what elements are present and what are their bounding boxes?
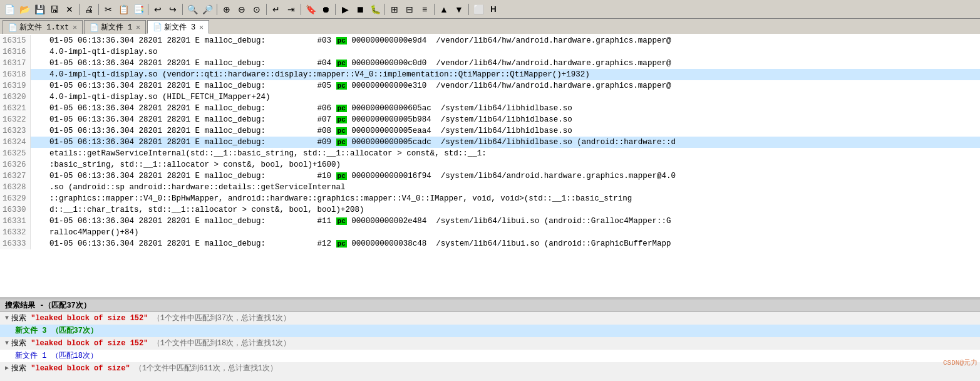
code-line: 16326 :basic_string, std::__1::allocator… [0,159,980,170]
line-number: 16329 [0,193,31,204]
indent-btn[interactable]: ⇥ [284,3,298,16]
print-btn[interactable]: 🖨 [82,3,96,16]
bookmark-btn[interactable]: 🔖 [304,3,317,16]
zoom-out-btn[interactable]: ⊖ [235,3,249,16]
col-btn[interactable]: ≡ [418,3,431,16]
result-label: 搜索 "leaked block of size 152" （1个文件中匹配到1… [11,338,291,349]
restore-btn[interactable]: ⊙ [250,3,264,16]
h-btn[interactable]: H [487,3,500,16]
search-keyword: "leaked block of size 152" [31,314,148,323]
tab2-icon: 📄 [90,23,98,32]
line-content: ralloc4Mapper()+84) [31,227,139,238]
tab-file1[interactable]: 📄 新文件 1.txt ✕ [3,20,83,34]
code-line: 16331 01-05 06:13:36.304 28201 28201 E m… [0,216,980,227]
line-content: 01-05 06:13:36.304 28201 28201 E malloc_… [31,58,671,69]
code-line: 16324 01-05 06:13:36.304 28201 28201 E m… [0,137,980,148]
cut-btn[interactable]: ✂ [101,3,115,16]
code-line: 16330 d::__1::char_traits, std::__1::all… [0,204,980,216]
search-info: （1个文件中匹配到37次，总计查找1次） [153,314,291,323]
find-replace-btn[interactable]: 🔎 [200,3,214,16]
line-content: 01-05 06:13:36.304 28201 28201 E malloc_… [31,125,572,137]
redo-btn[interactable]: ↪ [166,3,180,16]
code-line: 16320 4.0-impl-qti-display.so (HIDL_FETC… [0,91,980,103]
search-panel-header: 搜索结果 -（匹配37次） [0,300,980,312]
tab3-icon: 📄 [153,23,162,31]
line-content: 01-05 06:13:36.304 28201 28201 E malloc_… [31,216,671,227]
line-content: d::__1::char_traits, std::__1::allocator… [31,204,364,216]
up-btn[interactable]: ▲ [437,3,451,16]
code-line: 16317 01-05 06:13:36.304 28201 28201 E m… [0,58,980,69]
debug-btn[interactable]: 🐛 [368,3,382,16]
run-btn[interactable]: ▶ [338,3,352,16]
line-number: 16320 [0,91,31,103]
close-btn[interactable]: ✕ [63,3,76,16]
search-result-child[interactable]: 新文件 3 （匹配37次） [0,325,980,337]
line-number: 16318 [0,69,31,80]
sep1 [79,4,80,15]
expand-icon[interactable]: ▶ [5,363,9,374]
code-line: 16319 01-05 06:13:36.304 28201 28201 E m… [0,80,980,91]
search-result-child[interactable]: 新文件 1 （匹配18次） [0,350,980,362]
search-result-item[interactable]: ▶搜索 "leaked block of size" （1个文件中匹配到611次… [0,362,980,375]
line-content: 01-05 06:13:36.304 28201 28201 E malloc_… [31,114,572,125]
code-line: 16318 4.0-impl-qti-display.so (vendor::q… [0,69,980,80]
tab1-close[interactable]: ✕ [73,23,77,31]
line-content: 01-05 06:13:36.304 28201 28201 E malloc_… [31,35,671,46]
sep8 [335,4,336,15]
line-number: 16324 [0,137,31,148]
line-number: 16317 [0,58,31,69]
wrap-btn[interactable]: ↵ [269,3,283,16]
open-file-btn[interactable]: 📂 [18,3,31,16]
tab1-icon: 📄 [8,23,17,32]
code-line: 16322 01-05 06:13:36.304 28201 28201 E m… [0,114,980,125]
pc-badge: pc [336,105,347,112]
code-line: 16325 etails::getRawServiceInternal(std:… [0,148,980,159]
result-label: 搜索 "leaked block of size 152" （1个文件中匹配到3… [11,313,291,324]
copy-btn[interactable]: 📋 [116,3,130,16]
find-btn[interactable]: 🔍 [185,3,199,16]
down-btn[interactable]: ▼ [452,3,466,16]
line-number: 16319 [0,80,31,91]
new-file-btn[interactable]: 📄 [3,3,16,16]
zoom-in-btn[interactable]: ⊕ [220,3,234,16]
tab-file2[interactable]: 📄 新文件 1 ✕ [84,20,146,34]
expand-icon[interactable]: ▼ [5,338,9,349]
code-line: 16329 ::graphics::mapper::V4_0::BpHwMapp… [0,193,980,204]
tab2-close[interactable]: ✕ [136,23,140,31]
tab-file3[interactable]: 📄 新文件 3 ✕ [147,20,209,34]
sep9 [384,4,385,15]
code-editor[interactable]: 16315 01-05 06:13:36.304 28201 28201 E m… [0,35,980,298]
table-btn[interactable]: ⊟ [403,3,416,16]
line-content: 01-05 06:13:36.304 28201 28201 E malloc_… [31,170,676,182]
special-btn[interactable]: ⬜ [472,3,485,16]
sep4 [182,4,183,15]
line-number: 16328 [0,182,31,193]
search-child-label: 新文件 1 （匹配18次） [15,350,98,362]
line-content: 01-05 06:13:36.304 28201 28201 E malloc_… [31,80,671,91]
sep11 [468,4,469,15]
sep7 [301,4,301,15]
undo-btn[interactable]: ↩ [151,3,165,16]
sep5 [217,4,217,15]
line-content: :basic_string, std::__1::allocator > con… [31,159,341,170]
pc-badge: pc [336,37,347,44]
search-result-item[interactable]: ▼搜索 "leaked block of size 152" （1个文件中匹配到… [0,312,980,325]
macro-btn[interactable]: ⏺ [319,3,333,16]
paste-btn[interactable]: 📑 [132,3,145,16]
line-content: 01-05 06:13:36.304 28201 28201 E malloc_… [31,103,572,114]
stop-btn[interactable]: ⏹ [353,3,367,16]
line-number: 16330 [0,204,31,216]
expand-icon[interactable]: ▼ [5,313,9,324]
grid-btn[interactable]: ⊞ [388,3,401,16]
line-content: 4.0-impl-qti-display.so [31,46,158,58]
toolbar: 📄 📂 💾 🖫 ✕ 🖨 ✂ 📋 📑 ↩ ↪ 🔍 🔎 ⊕ ⊖ ⊙ ↵ ⇥ 🔖 ⏺ … [0,0,980,19]
save-btn[interactable]: 💾 [33,3,46,16]
tab3-close[interactable]: ✕ [199,23,204,31]
save-all-btn[interactable]: 🖫 [48,3,61,16]
line-content: .so (android::sp android::hardware::deta… [31,182,346,193]
code-line: 16327 01-05 06:13:36.304 28201 28201 E m… [0,170,980,182]
pc-badge: pc [336,240,347,248]
code-line: 16316 4.0-impl-qti-display.so [0,46,980,58]
search-result-item[interactable]: ▼搜索 "leaked block of size 152" （1个文件中匹配到… [0,337,980,350]
code-line: 16333 01-05 06:13:36.304 28201 28201 E m… [0,238,980,249]
